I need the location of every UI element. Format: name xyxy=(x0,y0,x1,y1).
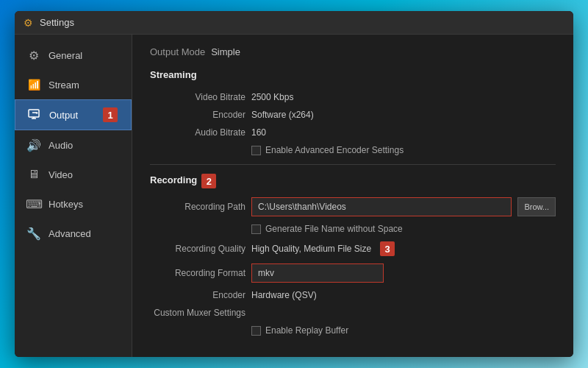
recording-format-label: Recording Format xyxy=(150,268,245,278)
sidebar-item-general[interactable]: ⚙ General xyxy=(15,40,132,70)
encoder-row: Encoder Software (x264) xyxy=(150,110,556,120)
recording-path-input[interactable] xyxy=(251,197,512,216)
advanced-icon: 🔧 xyxy=(26,226,41,241)
advanced-encoder-label: Enable Advanced Encoder Settings xyxy=(265,145,404,155)
sidebar-item-audio[interactable]: 🔊 Audio xyxy=(15,130,132,160)
generate-filename-label: Generate File Name without Space xyxy=(265,224,403,234)
custom-muxer-label: Custom Muxer Settings xyxy=(150,308,245,318)
sidebar-item-advanced[interactable]: 🔧 Advanced xyxy=(15,219,132,248)
recording-format-row: Recording Format xyxy=(150,263,556,283)
browse-button[interactable]: Brow... xyxy=(517,197,556,216)
output-mode-label: Output Mode xyxy=(150,46,205,57)
replay-buffer-row: Enable Replay Buffer xyxy=(251,325,556,336)
video-bitrate-value: 2500 Kbps xyxy=(251,92,293,102)
sidebar-item-video[interactable]: 🖥 Video xyxy=(15,160,132,189)
recording-quality-value: High Quality, Medium File Size xyxy=(251,244,371,254)
badge-1: 1 xyxy=(103,107,118,122)
audio-bitrate-value: 160 xyxy=(251,127,266,138)
sidebar: ⚙ General 📶 Stream Ou xyxy=(15,35,132,357)
sidebar-item-hotkeys[interactable]: ⌨ Hotkeys xyxy=(15,189,132,219)
recording-section-header-row: Recording 2 xyxy=(150,174,556,188)
recording-path-row: Recording Path Brow... xyxy=(150,197,556,216)
sidebar-item-stream[interactable]: 📶 Stream xyxy=(15,70,132,99)
titlebar-title: Settings xyxy=(40,17,74,28)
audio-bitrate-row: Audio Bitrate 160 xyxy=(150,127,556,138)
gear-icon: ⚙ xyxy=(26,48,41,63)
generate-filename-checkbox[interactable] xyxy=(251,224,261,234)
hotkeys-icon: ⌨ xyxy=(26,197,41,211)
advanced-encoder-checkbox[interactable] xyxy=(251,146,261,155)
encoder-value: Software (x264) xyxy=(251,110,314,120)
sidebar-label-audio: Audio xyxy=(49,140,73,151)
output-mode-value: Simple xyxy=(211,46,240,57)
audio-bitrate-label: Audio Bitrate xyxy=(150,127,245,138)
encoder2-row: Encoder Hardware (QSV) xyxy=(150,290,556,300)
sidebar-label-video: Video xyxy=(49,169,73,180)
section-divider xyxy=(150,164,556,165)
sidebar-label-general: General xyxy=(49,50,82,61)
badge-3: 3 xyxy=(380,241,395,256)
main-panel: Output Mode Simple Streaming Video Bitra… xyxy=(132,35,573,357)
encoder-label: Encoder xyxy=(150,110,245,120)
badge-2: 2 xyxy=(201,174,216,188)
custom-muxer-row: Custom Muxer Settings xyxy=(150,308,556,318)
recording-path-label: Recording Path xyxy=(150,202,245,212)
sidebar-label-output: Output xyxy=(49,110,78,121)
replay-buffer-label: Enable Replay Buffer xyxy=(265,325,348,336)
content-area: ⚙ General 📶 Stream Ou xyxy=(15,35,573,357)
titlebar-icon: ⚙ xyxy=(22,17,34,29)
recording-quality-row: Recording Quality High Quality, Medium F… xyxy=(150,241,556,256)
sidebar-label-hotkeys: Hotkeys xyxy=(49,199,83,210)
output-icon xyxy=(27,107,42,122)
video-bitrate-label: Video Bitrate xyxy=(150,92,245,102)
replay-buffer-checkbox[interactable] xyxy=(251,326,261,336)
streaming-section-header: Streaming xyxy=(150,69,556,83)
video-bitrate-row: Video Bitrate 2500 Kbps xyxy=(150,92,556,102)
output-mode-row: Output Mode Simple xyxy=(150,46,556,57)
sidebar-label-advanced: Advanced xyxy=(49,228,91,239)
sidebar-item-output[interactable]: Output 1 xyxy=(15,99,132,130)
generate-filename-row: Generate File Name without Space xyxy=(251,224,556,234)
sidebar-label-stream: Stream xyxy=(49,79,79,91)
stream-icon: 📶 xyxy=(26,77,41,92)
video-icon: 🖥 xyxy=(26,167,41,182)
settings-window: ⚙ Settings ⚙ General 📶 Stream xyxy=(15,11,573,357)
recording-section-header: Recording xyxy=(150,174,197,188)
encoder2-value: Hardware (QSV) xyxy=(251,290,317,300)
recording-format-input[interactable] xyxy=(251,263,384,283)
titlebar: ⚙ Settings xyxy=(15,11,573,35)
audio-icon: 🔊 xyxy=(26,138,41,152)
encoder2-label: Encoder xyxy=(150,290,245,300)
recording-quality-label: Recording Quality xyxy=(150,244,245,254)
advanced-encoder-row: Enable Advanced Encoder Settings xyxy=(251,145,556,155)
